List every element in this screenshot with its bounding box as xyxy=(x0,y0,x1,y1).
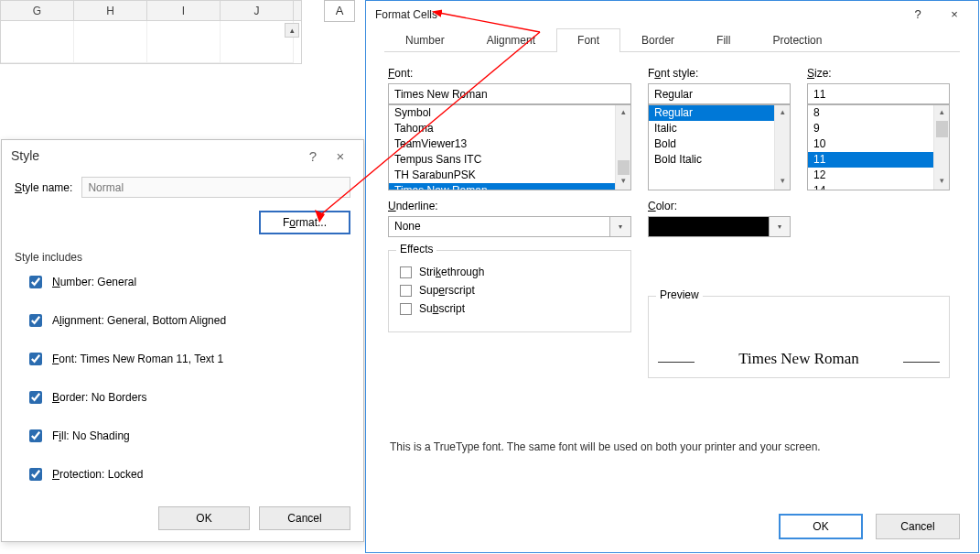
style-item[interactable]: Italic xyxy=(649,121,774,136)
col-header-j[interactable]: J xyxy=(221,1,294,20)
size-item[interactable]: 8 xyxy=(808,105,933,121)
style-cancel-button[interactable]: Cancel xyxy=(259,506,350,530)
chevron-down-icon[interactable]: ▾ xyxy=(610,216,631,237)
font-listbox[interactable]: Symbol Tahoma TeamViewer13 Tempus Sans I… xyxy=(388,104,631,190)
format-cells-dialog: Format Cells ? × Number Alignment Font B… xyxy=(365,0,979,553)
size-item-selected[interactable]: 11 xyxy=(808,152,933,168)
tab-protection[interactable]: Protection xyxy=(751,28,843,51)
format-button[interactable]: Format... xyxy=(259,211,350,234)
effects-legend: Effects xyxy=(396,243,436,255)
chk-protection-label: Protection: Locked xyxy=(52,468,143,481)
sheet-cells[interactable] xyxy=(1,21,301,63)
font-label: Font: xyxy=(388,67,631,80)
format-cells-tabs: Number Alignment Font Border Fill Protec… xyxy=(384,28,960,52)
style-item[interactable]: Bold Italic xyxy=(649,152,774,168)
tab-font[interactable]: Font xyxy=(556,28,620,52)
preview-sample-text: Times New Roman xyxy=(695,350,903,368)
tab-border[interactable]: Border xyxy=(620,28,695,51)
col-header-g[interactable]: G xyxy=(1,1,74,20)
color-label: Color: xyxy=(648,200,791,212)
style-item-selected[interactable]: Regular xyxy=(649,105,774,121)
style-ok-button[interactable]: OK xyxy=(158,506,250,530)
font-item-selected[interactable]: Times New Roman xyxy=(389,183,615,190)
chk-border[interactable] xyxy=(29,391,42,404)
size-listbox[interactable]: 8 9 10 11 12 14 ▴ ▾ xyxy=(807,104,950,190)
help-button[interactable]: ? xyxy=(299,148,327,164)
chk-number[interactable] xyxy=(29,276,42,288)
chevron-down-icon[interactable]: ▾ xyxy=(770,216,791,237)
tab-number[interactable]: Number xyxy=(384,28,466,51)
format-cells-titlebar: Format Cells ? × xyxy=(366,1,978,28)
scroll-up-icon[interactable]: ▴ xyxy=(934,105,950,121)
style-item[interactable]: Bold xyxy=(649,136,774,152)
scroll-down-icon[interactable]: ▾ xyxy=(934,174,950,190)
chk-number-label: Number: General xyxy=(52,276,136,288)
font-style-listbox[interactable]: Regular Italic Bold Bold Italic ▴ ▾ xyxy=(648,104,791,190)
name-box[interactable]: A xyxy=(324,0,355,22)
chk-subscript-label: Subscript xyxy=(419,302,465,315)
style-scrollbar[interactable]: ▴ ▾ xyxy=(774,105,790,190)
size-input[interactable] xyxy=(807,83,950,104)
size-scrollbar[interactable]: ▴ ▾ xyxy=(933,105,949,190)
close-button[interactable]: × xyxy=(936,2,973,27)
help-button[interactable]: ? xyxy=(899,2,936,27)
style-name-input[interactable] xyxy=(81,177,350,198)
scroll-up-icon[interactable]: ▴ xyxy=(775,105,791,121)
format-cells-ok-button[interactable]: OK xyxy=(779,514,863,539)
chk-superscript[interactable] xyxy=(400,285,412,297)
style-includes-label: Style includes xyxy=(15,251,350,264)
truetype-note: This is a TrueType font. The same font w… xyxy=(390,440,954,453)
size-item[interactable]: 9 xyxy=(808,121,933,136)
scroll-up-icon[interactable]: ▴ xyxy=(616,105,631,121)
style-dialog: Style ? × Style name: Format... Style in… xyxy=(1,139,364,542)
font-style-input[interactable] xyxy=(648,83,791,104)
col-header-i[interactable]: I xyxy=(147,1,221,20)
font-item[interactable]: Symbol xyxy=(389,105,615,121)
scroll-down-icon[interactable]: ▾ xyxy=(775,174,791,190)
close-button[interactable]: × xyxy=(327,148,354,164)
preview-box: Preview Times New Roman xyxy=(648,296,950,378)
preview-baseline-right xyxy=(903,362,940,363)
style-dialog-titlebar: Style ? × xyxy=(2,140,363,171)
chk-strike[interactable] xyxy=(400,266,412,278)
chk-alignment[interactable] xyxy=(29,314,42,327)
effects-group: Effects Strikethrough Superscript Subscr… xyxy=(388,250,631,332)
style-dialog-title: Style xyxy=(11,148,39,163)
size-label: Size: xyxy=(807,67,950,80)
scroll-down-icon[interactable]: ▾ xyxy=(616,174,631,190)
chk-alignment-label: Alignment: General, Bottom Aligned xyxy=(52,314,226,327)
size-item[interactable]: 14 xyxy=(808,183,933,190)
font-name-input[interactable] xyxy=(388,83,631,104)
preview-baseline-left xyxy=(658,362,695,363)
tab-fill[interactable]: Fill xyxy=(695,28,751,51)
col-header-h[interactable]: H xyxy=(74,1,147,20)
font-item[interactable]: Tahoma xyxy=(389,121,615,136)
chk-font-label: Font: Times New Roman 11, Text 1 xyxy=(52,353,223,365)
underline-select[interactable]: None xyxy=(388,216,610,237)
format-cells-title: Format Cells xyxy=(375,8,437,21)
column-headers-row: G H I J xyxy=(1,1,301,21)
spreadsheet-partial: G H I J ▴ xyxy=(0,0,302,64)
underline-label: Underline: xyxy=(388,200,631,212)
size-item[interactable]: 12 xyxy=(808,168,933,183)
chk-fill[interactable] xyxy=(29,429,42,442)
chk-fill-label: Fill: No Shading xyxy=(52,429,130,442)
sheet-scroll-up-icon[interactable]: ▴ xyxy=(285,23,299,38)
format-cells-cancel-button[interactable]: Cancel xyxy=(876,514,960,539)
chk-subscript[interactable] xyxy=(400,303,412,315)
chk-strike-label: Strikethrough xyxy=(419,266,484,278)
font-style-label: Font style: xyxy=(648,67,791,80)
color-swatch[interactable] xyxy=(648,216,770,237)
tab-alignment[interactable]: Alignment xyxy=(466,28,556,51)
size-item[interactable]: 10 xyxy=(808,136,933,152)
chk-protection[interactable] xyxy=(29,468,42,481)
preview-legend: Preview xyxy=(656,288,703,301)
chk-border-label: Border: No Borders xyxy=(52,391,146,404)
font-scrollbar[interactable]: ▴ ▾ xyxy=(615,105,630,190)
font-item[interactable]: TH SarabunPSK xyxy=(389,168,615,183)
chk-font[interactable] xyxy=(29,353,42,365)
chk-superscript-label: Superscript xyxy=(419,284,475,297)
font-item[interactable]: Tempus Sans ITC xyxy=(389,152,615,168)
font-item[interactable]: TeamViewer13 xyxy=(389,136,615,152)
style-name-label: Style name: xyxy=(15,181,72,194)
